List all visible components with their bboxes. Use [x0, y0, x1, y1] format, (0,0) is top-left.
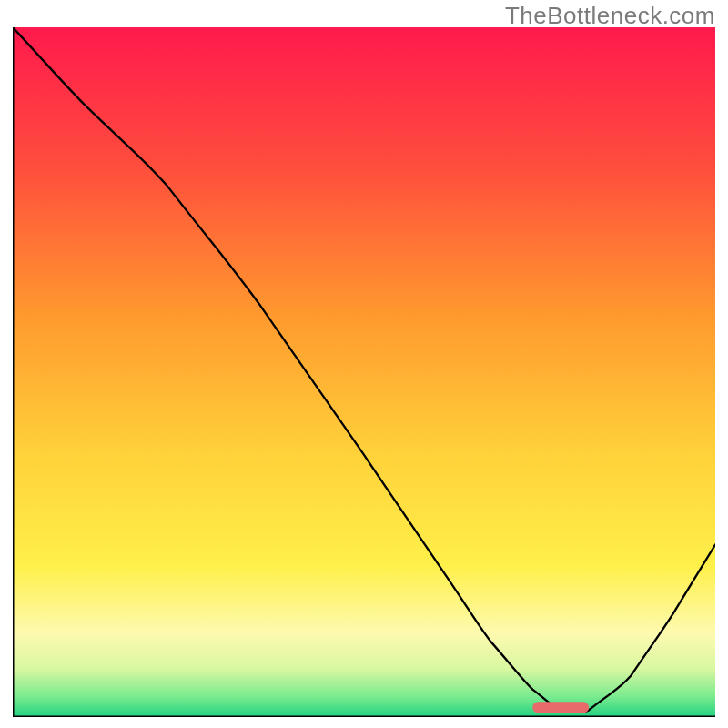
chart-root: TheBottleneck.com: [0, 0, 728, 728]
chart-svg: [13, 27, 715, 717]
watermark-text: TheBottleneck.com: [505, 2, 715, 30]
gradient-background: [13, 27, 715, 717]
plot-area: [13, 27, 715, 717]
optimal-marker: [532, 702, 589, 713]
